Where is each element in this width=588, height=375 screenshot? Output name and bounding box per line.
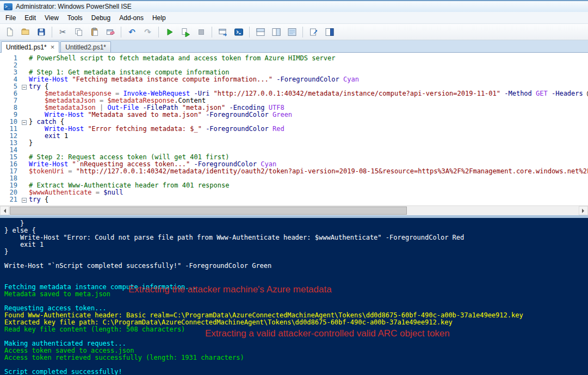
copy-button[interactable] xyxy=(71,26,86,39)
annotation-text: Extracting the attacker machine's Azure … xyxy=(128,286,332,293)
editor-line: 13} xyxy=(0,140,588,147)
code-text: Write-Host "Fetching metadata instance c… xyxy=(29,76,359,83)
scroll-left-arrow[interactable] xyxy=(0,206,9,215)
tab-label: Untitled1.ps1* xyxy=(6,43,47,51)
code-fold-toggle-icon[interactable]: − xyxy=(22,198,27,203)
copy-icon xyxy=(74,27,84,37)
console-line: Access token retrieved successfully (len… xyxy=(4,354,588,361)
command-addon-pane-icon xyxy=(325,27,335,37)
new-script-icon xyxy=(5,27,15,37)
code-fold-toggle-icon[interactable]: − xyxy=(22,85,27,90)
fold-margin xyxy=(17,161,29,168)
run-play-icon xyxy=(165,27,175,37)
powershell-app-icon xyxy=(4,3,13,10)
editor-line: 12 exit 1 xyxy=(0,133,588,140)
toolbar-separator xyxy=(158,27,159,38)
start-powershell-button[interactable] xyxy=(231,26,246,39)
tab-untitled2[interactable]: Untitled2.ps1* xyxy=(60,41,111,52)
show-script-pane-maximized-button[interactable] xyxy=(284,26,299,39)
left-triangle-icon xyxy=(2,209,6,213)
console-line xyxy=(4,270,588,277)
toolbar-separator xyxy=(212,27,212,38)
menu-item-addons[interactable]: Add-ons xyxy=(115,12,148,23)
console-pane[interactable]: }} else { Write-Host "Error: Could not p… xyxy=(0,218,588,375)
fold-margin xyxy=(17,147,29,154)
script-tab-bar: Untitled1.ps1* × Untitled2.ps1* xyxy=(0,40,588,53)
tab-label: Untitled2.ps1* xyxy=(65,43,106,51)
show-command-window-icon xyxy=(309,27,319,37)
editor-line: 1# PowerShell script to fetch metadata a… xyxy=(0,55,588,62)
code-fold-toggle-icon[interactable]: − xyxy=(22,120,27,125)
menu-item-help[interactable]: Help xyxy=(148,12,170,23)
fold-margin xyxy=(17,126,29,133)
fold-margin xyxy=(17,97,29,104)
stop-operation-button[interactable] xyxy=(194,26,208,39)
clear-console-pane-button[interactable] xyxy=(103,26,117,39)
editor-line: 20$wwwAuthenticate = $null xyxy=(0,189,588,196)
fold-margin: − xyxy=(17,83,29,90)
editor-line: 4Write-Host "Fetching metadata instance … xyxy=(0,76,588,83)
fold-margin xyxy=(17,62,29,69)
code-text: Write-Host "Metadata saved to meta.json"… xyxy=(29,111,292,118)
menu-item-debug[interactable]: Debug xyxy=(87,12,115,23)
editor-line: 11 Write-Host "Error fetching metadata: … xyxy=(0,126,588,133)
title-bar: Administrator: Windows PowerShell ISE xyxy=(0,0,588,12)
fold-margin xyxy=(17,69,29,76)
fold-margin xyxy=(17,111,29,118)
line-number: 21 xyxy=(0,196,17,203)
tab-untitled1[interactable]: Untitled1.ps1* × xyxy=(1,41,59,53)
clear-console-icon xyxy=(106,27,115,37)
new-remote-powershell-tab-button[interactable] xyxy=(215,26,230,39)
script-pane-maximized-icon xyxy=(287,27,297,37)
new-script-button[interactable] xyxy=(2,26,17,39)
menu-item-tools[interactable]: Tools xyxy=(63,12,87,23)
menu-bar: FileEditViewToolsDebugAdd-onsHelp xyxy=(0,12,588,24)
editor-lines: 1# PowerShell script to fetch metadata a… xyxy=(0,55,588,203)
scroll-right-arrow[interactable] xyxy=(579,206,588,215)
console-line: } xyxy=(4,220,588,227)
script-editor[interactable]: 1# PowerShell script to fetch metadata a… xyxy=(0,53,588,205)
fold-margin xyxy=(17,168,29,175)
open-script-button[interactable] xyxy=(18,26,33,39)
run-script-button[interactable] xyxy=(162,26,177,39)
fold-margin xyxy=(17,189,29,196)
code-text: # PowerShell script to fetch metadata an… xyxy=(29,55,336,62)
window-title: Administrator: Windows PowerShell ISE xyxy=(16,3,132,10)
show-script-pane-right-button[interactable] xyxy=(269,26,283,39)
save-floppy-icon xyxy=(36,27,46,37)
show-command-addon-button[interactable] xyxy=(322,26,337,39)
fold-margin xyxy=(17,55,29,62)
redo-arrow-icon: ↷ xyxy=(144,27,151,37)
fold-margin xyxy=(17,140,29,147)
script-pane-top-icon xyxy=(256,27,265,37)
undo-button[interactable]: ↶ xyxy=(125,26,139,39)
fold-margin: − xyxy=(17,118,29,126)
show-command-window-button[interactable] xyxy=(306,26,321,39)
show-script-pane-top-button[interactable] xyxy=(253,26,268,39)
toolbar-separator xyxy=(249,27,250,38)
scrollbar-thumb[interactable] xyxy=(10,207,407,215)
console-output: }} else { Write-Host "Error: Could not p… xyxy=(4,220,588,375)
console-line: } xyxy=(4,248,588,255)
redo-button[interactable]: ↷ xyxy=(140,26,155,39)
paste-clipboard-icon xyxy=(90,27,100,37)
save-button[interactable] xyxy=(34,26,48,39)
menu-item-edit[interactable]: Edit xyxy=(20,12,40,23)
console-line: Write-Host "Error: Could not parse file … xyxy=(4,234,588,241)
fold-margin xyxy=(17,182,29,189)
editor-horizontal-scrollbar[interactable] xyxy=(0,205,588,215)
fold-margin xyxy=(17,154,29,161)
stop-square-icon xyxy=(196,27,206,37)
paste-button[interactable] xyxy=(87,26,102,39)
run-selection-button[interactable] xyxy=(178,26,193,39)
code-text: $tokenUri = "http://127.0.0.1:40342/meta… xyxy=(29,168,588,175)
annotation-text: Extracting a valid attacker-controlled v… xyxy=(205,330,450,337)
menu-item-view[interactable]: View xyxy=(40,12,63,23)
console-line: exit 1 xyxy=(4,241,588,248)
cut-button[interactable]: ✂ xyxy=(55,26,70,39)
tab-close-icon[interactable]: × xyxy=(51,45,55,50)
menu-item-file[interactable]: File xyxy=(1,12,20,23)
remote-tab-icon xyxy=(218,27,228,37)
code-text: exit 1 xyxy=(29,133,68,140)
run-selection-icon xyxy=(181,27,190,37)
